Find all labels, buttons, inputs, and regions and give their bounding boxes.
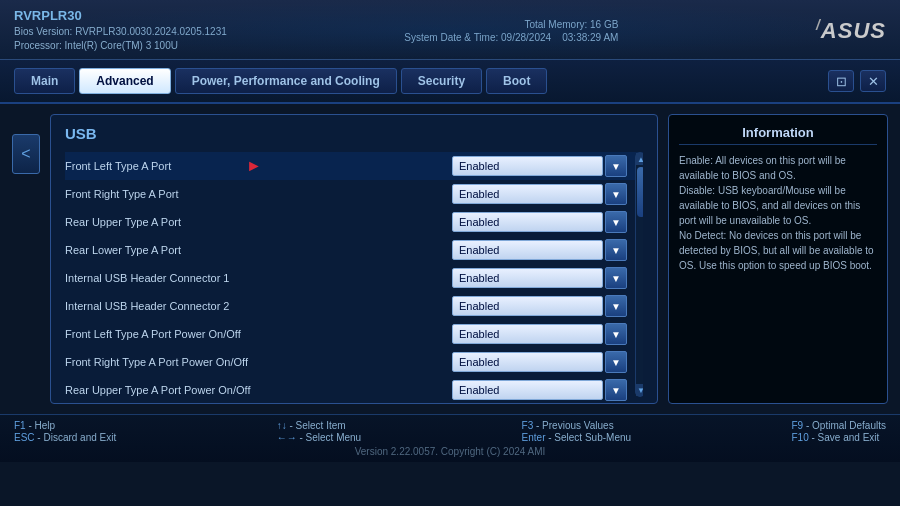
usb-dropdown[interactable]: Enabled▼	[452, 239, 627, 261]
dropdown-arrow-icon[interactable]: ▼	[605, 267, 627, 289]
usb-row-label: Rear Lower Type A Port	[65, 244, 452, 256]
usb-row: Rear Upper Type A Port Power On/OffEnabl…	[65, 376, 643, 402]
usb-dropdown-value[interactable]: Enabled	[452, 324, 603, 344]
scroll-up-button[interactable]: ▲	[636, 153, 643, 165]
usb-row: Front Left Type A Port Power On/OffEnabl…	[65, 320, 643, 348]
asus-logo: /ASUS	[816, 17, 886, 44]
usb-dropdown-value[interactable]: Enabled	[452, 380, 603, 400]
time-value: 03:38:29 AM	[562, 32, 618, 43]
datetime-label: System Date & Time:	[404, 32, 498, 43]
usb-dropdown-value[interactable]: Enabled	[452, 352, 603, 372]
tab-power[interactable]: Power, Performance and Cooling	[175, 68, 397, 94]
usb-dropdown-value[interactable]: Enabled	[452, 268, 603, 288]
dropdown-arrow-icon[interactable]: ▼	[605, 295, 627, 317]
back-button[interactable]: <	[12, 134, 40, 174]
memory-label: Total Memory:	[524, 19, 587, 30]
usb-row-label: Internal USB Header Connector 1	[65, 272, 452, 284]
usb-row: Front Left Type A PortEnabled▼	[65, 152, 643, 180]
close-icon-button[interactable]: ✕	[860, 70, 886, 92]
main-content: < USB ► Front Left Type A PortEnabled▼Fr…	[0, 104, 900, 414]
usb-rows: Front Left Type A PortEnabled▼Front Righ…	[65, 152, 643, 402]
dropdown-arrow-icon[interactable]: ▼	[605, 379, 627, 401]
usb-row-label: Internal USB Header Connector 2	[65, 300, 452, 312]
usb-dropdown-value[interactable]: Enabled	[452, 240, 603, 260]
usb-dropdown[interactable]: Enabled▼	[452, 183, 627, 205]
usb-row: Rear Upper Type A PortEnabled▼	[65, 208, 643, 236]
navigation-bar: Main Advanced Power, Performance and Coo…	[0, 60, 900, 104]
usb-dropdown-value[interactable]: Enabled	[452, 156, 603, 176]
nav-icon-group: ⊡ ✕	[828, 70, 886, 92]
key-f9: F9 - Optimal Defaults	[791, 420, 885, 431]
usb-panel-title: USB	[65, 125, 643, 142]
footer-keys-right: F9 - Optimal Defaults F10 - Save and Exi…	[791, 420, 885, 443]
key-enter: Enter - Select Sub-Menu	[522, 432, 632, 443]
usb-dropdown[interactable]: Enabled▼	[452, 267, 627, 289]
usb-row: Front Right Type A Port Power On/OffEnab…	[65, 348, 643, 376]
datetime-line: System Date & Time: 09/28/2024 03:38:29 …	[404, 32, 618, 43]
usb-row: Internal USB Header Connector 2Enabled▼	[65, 292, 643, 320]
bios-header: RVRPLR30 Bios Version: RVRPLR30.0030.202…	[0, 0, 900, 60]
tab-boot[interactable]: Boot	[486, 68, 547, 94]
usb-dropdown[interactable]: Enabled▼	[452, 295, 627, 317]
dropdown-arrow-icon[interactable]: ▼	[605, 239, 627, 261]
usb-row: Rear Lower Type A PortEnabled▼	[65, 236, 643, 264]
memory-line: Total Memory: 16 GB	[524, 19, 618, 30]
key-leftright: ←→ - Select Menu	[277, 432, 361, 443]
footer-keys-center-right: F3 - Previous Values Enter - Select Sub-…	[522, 420, 632, 443]
usb-row: Internal USB Header Connector 1Enabled▼	[65, 264, 643, 292]
scrollbar[interactable]: ▲ ▼	[635, 152, 643, 397]
info-panel-text: Enable: All devices on this port will be…	[679, 153, 877, 273]
processor-value: Intel(R) Core(TM) 3 100U	[65, 40, 178, 51]
header-info-left: RVRPLR30 Bios Version: RVRPLR30.0030.202…	[14, 8, 227, 53]
footer-keys-left: F1 - Help ESC - Discard and Exit	[14, 420, 116, 443]
dropdown-arrow-icon[interactable]: ▼	[605, 155, 627, 177]
key-f10: F10 - Save and Exit	[791, 432, 885, 443]
information-panel: Information Enable: All devices on this …	[668, 114, 888, 404]
usb-row-label: Rear Upper Type A Port Power On/Off	[65, 384, 452, 396]
monitor-icon-button[interactable]: ⊡	[828, 70, 854, 92]
usb-dropdown[interactable]: Enabled▼	[452, 211, 627, 233]
usb-settings-list: Front Left Type A PortEnabled▼Front Righ…	[65, 152, 643, 402]
usb-row-label: Front Right Type A Port	[65, 188, 452, 200]
scroll-thumb[interactable]	[637, 167, 643, 217]
key-updown: ↑↓ - Select Item	[277, 420, 361, 431]
usb-row-label: Front Left Type A Port	[65, 160, 452, 172]
scroll-down-button[interactable]: ▼	[636, 384, 643, 396]
footer-version: Version 2.22.0057. Copyright (C) 2024 AM…	[14, 446, 886, 457]
header-info-right: Total Memory: 16 GB System Date & Time: …	[404, 19, 618, 43]
tab-advanced[interactable]: Advanced	[79, 68, 170, 94]
usb-row: Front Right Type A PortEnabled▼	[65, 180, 643, 208]
footer: F1 - Help ESC - Discard and Exit ↑↓ - Se…	[0, 414, 900, 462]
dropdown-arrow-icon[interactable]: ▼	[605, 351, 627, 373]
tab-main[interactable]: Main	[14, 68, 75, 94]
usb-dropdown[interactable]: Enabled▼	[452, 379, 627, 401]
usb-row-label: Front Left Type A Port Power On/Off	[65, 328, 452, 340]
usb-row-label: Front Right Type A Port Power On/Off	[65, 356, 452, 368]
datetime-value: 09/28/2024	[501, 32, 551, 43]
bios-version-line: Bios Version: RVRPLR30.0030.2024.0205.12…	[14, 25, 227, 39]
info-panel-title: Information	[679, 125, 877, 145]
footer-keys-center-left: ↑↓ - Select Item ←→ - Select Menu	[277, 420, 361, 443]
usb-panel: USB ► Front Left Type A PortEnabled▼Fron…	[50, 114, 658, 404]
usb-dropdown-value[interactable]: Enabled	[452, 184, 603, 204]
usb-dropdown[interactable]: Enabled▼	[452, 351, 627, 373]
usb-dropdown[interactable]: Enabled▼	[452, 155, 627, 177]
key-esc: ESC - Discard and Exit	[14, 432, 116, 443]
memory-value: 16 GB	[590, 19, 618, 30]
usb-dropdown-value[interactable]: Enabled	[452, 212, 603, 232]
asus-slash: /	[816, 17, 821, 33]
key-f3: F3 - Previous Values	[522, 420, 632, 431]
dropdown-arrow-icon[interactable]: ▼	[605, 211, 627, 233]
tab-security[interactable]: Security	[401, 68, 482, 94]
key-f1: F1 - Help	[14, 420, 116, 431]
usb-row-label: Rear Upper Type A Port	[65, 216, 452, 228]
bios-version-value: RVRPLR30.0030.2024.0205.1231	[75, 26, 227, 37]
bios-version-label: Bios Version:	[14, 26, 72, 37]
usb-dropdown-value[interactable]: Enabled	[452, 296, 603, 316]
processor-line: Processor: Intel(R) Core(TM) 3 100U	[14, 39, 227, 53]
dropdown-arrow-icon[interactable]: ▼	[605, 183, 627, 205]
model-name: RVRPLR30	[14, 8, 227, 23]
footer-key-bindings: F1 - Help ESC - Discard and Exit ↑↓ - Se…	[14, 420, 886, 443]
usb-dropdown[interactable]: Enabled▼	[452, 323, 627, 345]
dropdown-arrow-icon[interactable]: ▼	[605, 323, 627, 345]
